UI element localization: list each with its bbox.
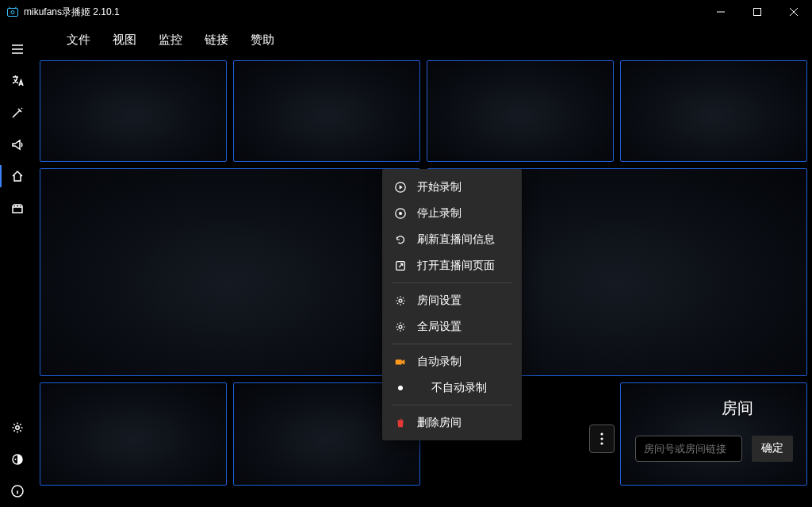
ctx-no-auto-record[interactable]: 不自动录制	[382, 374, 522, 401]
gear-icon	[393, 320, 408, 334]
settings-button[interactable]	[0, 412, 35, 444]
ctx-label: 开始录制	[417, 180, 462, 194]
info-button[interactable]	[0, 475, 35, 507]
add-room-title: 房间	[722, 398, 753, 419]
context-menu-separator	[392, 405, 512, 405]
translate-button[interactable]	[0, 65, 35, 97]
more-button[interactable]	[589, 424, 615, 453]
room-card[interactable]	[40, 60, 227, 162]
toolbox-button[interactable]	[0, 192, 35, 224]
sidebar	[0, 24, 35, 507]
ctx-label: 房间设置	[417, 294, 462, 308]
ctx-refresh-room[interactable]: 刷新直播间信息	[382, 226, 522, 252]
menu-monitor[interactable]: 监控	[147, 28, 193, 52]
ctx-label: 不自动录制	[431, 381, 487, 395]
ctx-label: 删除房间	[417, 416, 462, 430]
svg-point-9	[600, 442, 603, 444]
svg-point-8	[600, 437, 603, 440]
ctx-open-room-page[interactable]: 打开直播间页面	[382, 252, 522, 278]
magic-button[interactable]	[0, 97, 35, 129]
menubar: 文件 视图 监控 链接 赞助	[35, 24, 812, 56]
ctx-label: 自动录制	[417, 355, 462, 369]
ctx-room-settings[interactable]: 房间设置	[382, 287, 522, 313]
context-menu: 开始录制 停止录制 刷新直播间信息 打开直播间页面 房间设置 全局设置 自动录制…	[382, 169, 522, 440]
ctx-label: 停止录制	[417, 206, 462, 221]
window-title: mikufans录播姬 2.10.1	[24, 6, 120, 19]
svg-point-12	[399, 211, 402, 214]
svg-point-1	[11, 11, 14, 14]
radio-dot-icon	[398, 386, 403, 390]
menu-file[interactable]: 文件	[56, 28, 102, 52]
menu-sponsor[interactable]: 赞助	[239, 28, 285, 52]
menu-link[interactable]: 链接	[193, 28, 239, 52]
ctx-label: 刷新直播间信息	[417, 232, 495, 247]
room-id-input[interactable]	[635, 436, 742, 462]
theme-button[interactable]	[0, 444, 35, 475]
refresh-icon	[393, 232, 408, 247]
ctx-stop-record[interactable]: 停止录制	[382, 200, 522, 226]
svg-point-5	[15, 459, 17, 460]
gear-icon	[393, 294, 408, 308]
external-link-icon	[393, 259, 408, 273]
trash-icon	[393, 416, 408, 430]
menu-view[interactable]: 视图	[102, 28, 147, 52]
camera-icon	[393, 355, 408, 369]
room-card[interactable]	[40, 168, 420, 376]
svg-rect-16	[396, 359, 402, 364]
app-icon	[6, 6, 19, 18]
svg-rect-0	[8, 9, 18, 17]
ctx-label: 打开直播间页面	[417, 259, 495, 273]
stop-circle-icon	[393, 206, 408, 221]
minimize-button[interactable]	[703, 0, 739, 24]
home-button[interactable]	[0, 160, 35, 192]
svg-point-3	[16, 426, 19, 429]
svg-point-14	[399, 299, 402, 302]
ctx-delete-room[interactable]: 删除房间	[382, 409, 522, 436]
context-menu-separator	[392, 344, 512, 344]
maximize-button[interactable]	[739, 0, 776, 24]
hamburger-menu-button[interactable]	[0, 33, 35, 65]
ctx-start-record[interactable]: 开始录制	[382, 174, 522, 200]
play-circle-icon	[393, 180, 408, 194]
room-card[interactable]	[620, 60, 807, 162]
titlebar: mikufans录播姬 2.10.1	[0, 0, 812, 24]
announce-button[interactable]	[0, 129, 35, 160]
room-card[interactable]	[427, 60, 614, 162]
ctx-auto-record[interactable]: 自动录制	[382, 348, 522, 374]
room-card[interactable]	[233, 60, 420, 162]
context-menu-separator	[392, 282, 512, 283]
room-card[interactable]	[40, 382, 227, 486]
ctx-label: 全局设置	[417, 320, 462, 334]
close-button[interactable]	[776, 0, 812, 24]
ctx-global-settings[interactable]: 全局设置	[382, 313, 522, 340]
svg-point-15	[399, 325, 402, 328]
svg-rect-2	[754, 9, 761, 16]
add-room-card: 房间 确定	[620, 382, 807, 486]
svg-point-7	[600, 432, 603, 435]
confirm-button[interactable]: 确定	[752, 436, 793, 462]
